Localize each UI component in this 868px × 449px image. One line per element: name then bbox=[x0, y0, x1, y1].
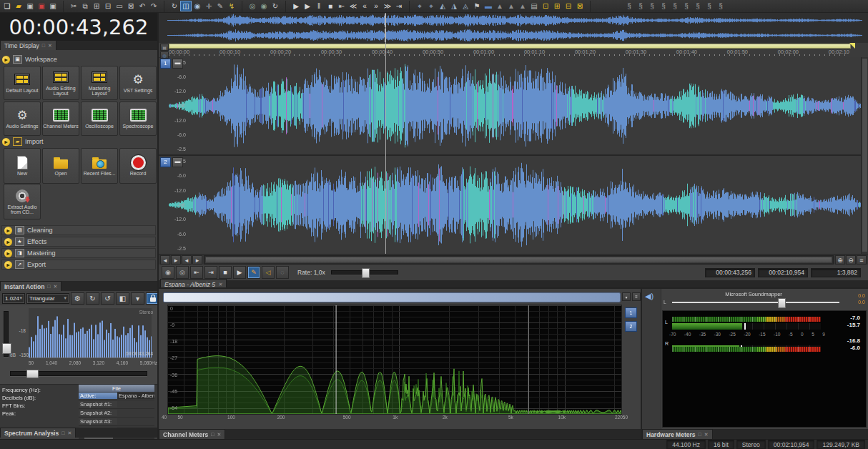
gain-slider-track[interactable] bbox=[672, 302, 839, 303]
overview-waveform-left[interactable] bbox=[167, 14, 862, 27]
workspace-section-header[interactable]: ▸ ▣ Workspace bbox=[0, 54, 159, 64]
waveform-display-1[interactable] bbox=[169, 57, 861, 154]
pencil-tool-button[interactable]: ✎ bbox=[214, 1, 226, 11]
selection-length-box[interactable]: 00:02:10,954 bbox=[758, 268, 808, 277]
save-as-button[interactable]: ▣ bbox=[36, 1, 47, 11]
lock-time-button[interactable]: ⊟ bbox=[563, 1, 574, 11]
minimize-channel-button[interactable]: ▬ bbox=[172, 157, 183, 167]
instant-action-tab[interactable]: Instant Action □ ✕ bbox=[0, 281, 61, 291]
edit-tool-button[interactable]: ◫ bbox=[180, 1, 192, 11]
analyzer-top-slider[interactable] bbox=[163, 292, 621, 302]
spectrum-analysis-tab[interactable]: Spectrum Analysis □ ✕ bbox=[0, 428, 76, 438]
new-file-button[interactable]: ❏ bbox=[1, 1, 13, 11]
gain-slider-handle[interactable] bbox=[778, 298, 786, 308]
copy-button[interactable]: ⧉ bbox=[79, 1, 91, 11]
workspace-mastering-layout[interactable]: Mastering Layout bbox=[81, 66, 118, 100]
analyzer-graph[interactable] bbox=[167, 305, 622, 415]
auto-update-button[interactable]: ↺ bbox=[101, 292, 114, 305]
script-2-button[interactable]: § bbox=[635, 1, 646, 11]
script-1-button[interactable]: § bbox=[623, 1, 635, 11]
float-icon[interactable]: □ bbox=[61, 430, 64, 435]
section-cleaning[interactable]: ▸ ▨ Cleaning bbox=[1, 225, 156, 235]
display-options-caret[interactable]: ▾ bbox=[131, 292, 144, 305]
repeat-button[interactable]: ↻ bbox=[169, 1, 180, 11]
channel-meters-tab[interactable]: Channel Meters □ ✕ bbox=[159, 429, 225, 439]
audition-button[interactable]: ◁ bbox=[262, 266, 275, 279]
analyzer-menu-button[interactable]: ≡ bbox=[632, 292, 641, 301]
hardware-meters-tab[interactable]: Hardware Meters □ ✕ bbox=[642, 429, 713, 439]
marker-a-button[interactable]: ▲ bbox=[494, 1, 505, 11]
redo-button[interactable]: ↷ bbox=[148, 1, 159, 11]
workspace-spectroscope[interactable]: Spectroscope bbox=[119, 102, 157, 136]
magic-wand-icon[interactable]: ⌖ bbox=[425, 1, 437, 11]
loop-region-button[interactable]: ◉ bbox=[258, 1, 270, 11]
workspace-channel-meters[interactable]: Channel Meters bbox=[42, 102, 79, 136]
script-8-button[interactable]: § bbox=[704, 1, 715, 11]
play-all-button[interactable]: ▶ bbox=[290, 1, 302, 11]
expand-icon[interactable]: ▸ bbox=[4, 261, 12, 269]
import-new[interactable]: New bbox=[4, 148, 41, 184]
workspace-audio-editing-layout[interactable]: Audio Editing Layout bbox=[42, 66, 79, 100]
import-open[interactable]: Open bbox=[42, 148, 79, 184]
record-button[interactable]: ◉ bbox=[162, 266, 174, 279]
undo-button[interactable]: ↶ bbox=[137, 1, 148, 11]
channel-2[interactable]: -2.5-6.0-12.0-Inf.-12.0-6.0-2.5 2 ▬ bbox=[159, 156, 861, 254]
go-to-end-button[interactable]: ⇥ bbox=[393, 1, 405, 11]
rate-slider-handle[interactable] bbox=[362, 268, 370, 278]
time-display-tab[interactable]: Time Display □ ✕ bbox=[0, 40, 56, 50]
marker-flag-button[interactable]: ⚑ bbox=[471, 1, 483, 11]
expand-icon[interactable]: ▸ bbox=[2, 138, 10, 146]
marker-list-button[interactable]: ▤ bbox=[528, 1, 540, 11]
analyzer-channel-2-button[interactable]: 2 bbox=[625, 321, 637, 332]
marker-c-button[interactable]: ▲ bbox=[517, 1, 528, 11]
float-icon[interactable]: □ bbox=[211, 432, 214, 437]
import-recent-files[interactable]: Recent Files... bbox=[81, 148, 118, 184]
channel-number[interactable]: 2 bbox=[160, 157, 171, 167]
channel-number[interactable]: 1 bbox=[160, 59, 171, 69]
vscrollbar-thumb[interactable] bbox=[862, 59, 867, 252]
import-extract-audio-cd[interactable]: Extract Audio from CD... bbox=[4, 184, 41, 219]
spectrum-horizontal-slider[interactable] bbox=[10, 371, 147, 376]
event-tool-button[interactable]: ↯ bbox=[226, 1, 237, 11]
workspace-audio-settings[interactable]: ⚙ Audio Settings bbox=[4, 102, 41, 136]
paste-button[interactable]: ⊞ bbox=[91, 1, 102, 11]
section-effects[interactable]: ▸ ★ Effects bbox=[1, 237, 156, 247]
workspace-oscilloscope[interactable]: Oscilloscope bbox=[81, 102, 118, 136]
waveform-display-2[interactable] bbox=[169, 156, 861, 254]
spectrum-vertical-slider[interactable] bbox=[4, 311, 9, 357]
refresh-spectrum-button[interactable]: ↻ bbox=[86, 292, 99, 305]
refresh-button[interactable]: ↻ bbox=[270, 1, 281, 11]
page-right-button[interactable]: ▸ bbox=[192, 255, 202, 265]
cut-button[interactable]: ✂ bbox=[68, 1, 79, 11]
save-button[interactable]: ▣ bbox=[24, 1, 36, 11]
close-icon[interactable]: ✕ bbox=[704, 432, 709, 438]
scrub-tool-button[interactable]: ✎ bbox=[247, 266, 260, 279]
page-left-button[interactable]: ◂ bbox=[182, 255, 192, 265]
close-icon[interactable]: ✕ bbox=[48, 43, 52, 49]
close-icon[interactable]: ✕ bbox=[54, 284, 58, 290]
window-type-select[interactable]: Triangular▾ bbox=[26, 293, 69, 304]
stop-button[interactable]: ■ bbox=[219, 266, 232, 279]
loop-region-bar[interactable] bbox=[169, 44, 851, 49]
channel-display-button[interactable]: ◧ bbox=[116, 292, 129, 305]
scroll-left-button[interactable]: ◂ bbox=[160, 255, 170, 265]
close-icon[interactable]: ✕ bbox=[67, 430, 71, 436]
rate-slider[interactable] bbox=[331, 270, 398, 275]
workspace-vst-settings[interactable]: ⚙ VST Settings bbox=[119, 66, 157, 100]
play-button[interactable]: ▶ bbox=[302, 1, 313, 11]
close-icon[interactable]: ✕ bbox=[217, 432, 222, 438]
section-export[interactable]: ▸ ↗ Export bbox=[1, 260, 156, 270]
mix-button[interactable]: ⊟ bbox=[102, 1, 114, 11]
region-button[interactable]: ▬ bbox=[483, 1, 494, 11]
analyzer-channel-1-button[interactable]: 1 bbox=[625, 307, 637, 318]
snapshot-table-header[interactable]: File bbox=[79, 385, 154, 392]
expand-icon[interactable]: ▸ bbox=[4, 227, 12, 235]
expand-icon[interactable]: ▸ bbox=[2, 56, 10, 64]
script-9-button[interactable]: § bbox=[715, 1, 726, 11]
loop-playback-button[interactable]: ◎ bbox=[176, 266, 189, 279]
ruler-menu-button[interactable]: ▤ bbox=[160, 44, 169, 51]
expand-icon[interactable]: ▸ bbox=[4, 250, 12, 257]
expand-icon[interactable]: ▸ bbox=[4, 238, 12, 246]
lock-events-button[interactable]: ⊠ bbox=[574, 1, 586, 11]
script-6-button[interactable]: § bbox=[681, 1, 692, 11]
